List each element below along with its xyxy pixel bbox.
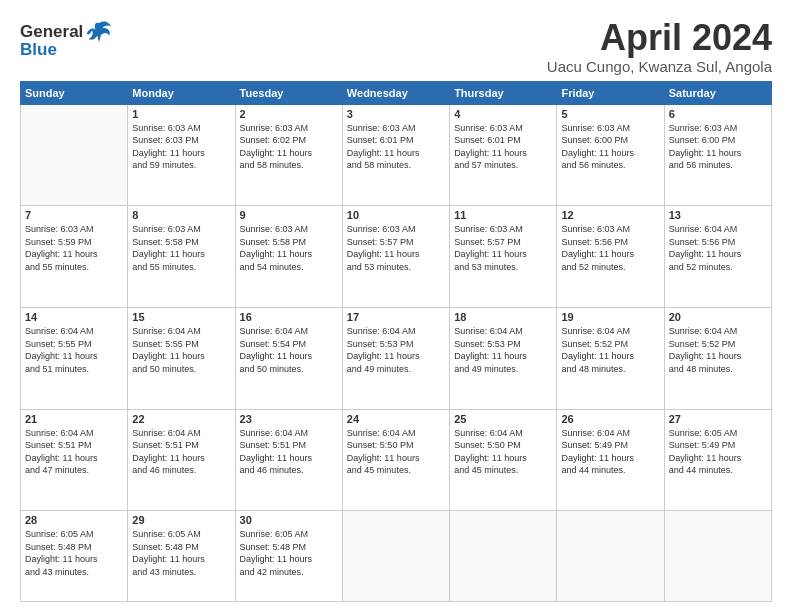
calendar-cell: 23Sunrise: 6:04 AM Sunset: 5:51 PM Dayli… xyxy=(235,409,342,511)
calendar-cell: 25Sunrise: 6:04 AM Sunset: 5:50 PM Dayli… xyxy=(450,409,557,511)
day-info: Sunrise: 6:03 AM Sunset: 5:59 PM Dayligh… xyxy=(25,223,123,273)
day-info: Sunrise: 6:05 AM Sunset: 5:48 PM Dayligh… xyxy=(132,528,230,578)
day-number: 1 xyxy=(132,108,230,120)
calendar-cell: 2Sunrise: 6:03 AM Sunset: 6:02 PM Daylig… xyxy=(235,104,342,206)
day-info: Sunrise: 6:04 AM Sunset: 5:52 PM Dayligh… xyxy=(669,325,767,375)
calendar-cell: 17Sunrise: 6:04 AM Sunset: 5:53 PM Dayli… xyxy=(342,307,449,409)
day-number: 25 xyxy=(454,413,552,425)
calendar-cell xyxy=(664,511,771,602)
day-number: 21 xyxy=(25,413,123,425)
location-title: Uacu Cungo, Kwanza Sul, Angola xyxy=(547,58,772,75)
calendar-cell: 18Sunrise: 6:04 AM Sunset: 5:53 PM Dayli… xyxy=(450,307,557,409)
day-info: Sunrise: 6:03 AM Sunset: 6:01 PM Dayligh… xyxy=(347,122,445,172)
calendar-cell: 7Sunrise: 6:03 AM Sunset: 5:59 PM Daylig… xyxy=(21,206,128,308)
day-number: 19 xyxy=(561,311,659,323)
day-info: Sunrise: 6:04 AM Sunset: 5:55 PM Dayligh… xyxy=(132,325,230,375)
day-number: 3 xyxy=(347,108,445,120)
day-info: Sunrise: 6:03 AM Sunset: 5:57 PM Dayligh… xyxy=(347,223,445,273)
calendar-cell: 24Sunrise: 6:04 AM Sunset: 5:50 PM Dayli… xyxy=(342,409,449,511)
logo: General Blue xyxy=(20,18,113,60)
day-number: 24 xyxy=(347,413,445,425)
logo-bird-icon xyxy=(85,18,113,46)
day-number: 23 xyxy=(240,413,338,425)
day-number: 20 xyxy=(669,311,767,323)
calendar-cell: 6Sunrise: 6:03 AM Sunset: 6:00 PM Daylig… xyxy=(664,104,771,206)
day-number: 8 xyxy=(132,209,230,221)
calendar-cell: 8Sunrise: 6:03 AM Sunset: 5:58 PM Daylig… xyxy=(128,206,235,308)
day-number: 26 xyxy=(561,413,659,425)
day-info: Sunrise: 6:04 AM Sunset: 5:51 PM Dayligh… xyxy=(132,427,230,477)
day-number: 12 xyxy=(561,209,659,221)
day-info: Sunrise: 6:05 AM Sunset: 5:48 PM Dayligh… xyxy=(240,528,338,578)
day-number: 14 xyxy=(25,311,123,323)
calendar-cell: 30Sunrise: 6:05 AM Sunset: 5:48 PM Dayli… xyxy=(235,511,342,602)
calendar-cell: 28Sunrise: 6:05 AM Sunset: 5:48 PM Dayli… xyxy=(21,511,128,602)
day-number: 2 xyxy=(240,108,338,120)
page-header: General Blue April 2024 Uacu Cungo, Kwan… xyxy=(20,18,772,75)
day-info: Sunrise: 6:03 AM Sunset: 6:02 PM Dayligh… xyxy=(240,122,338,172)
day-info: Sunrise: 6:03 AM Sunset: 5:58 PM Dayligh… xyxy=(132,223,230,273)
calendar-cell: 12Sunrise: 6:03 AM Sunset: 5:56 PM Dayli… xyxy=(557,206,664,308)
day-info: Sunrise: 6:03 AM Sunset: 6:01 PM Dayligh… xyxy=(454,122,552,172)
day-info: Sunrise: 6:05 AM Sunset: 5:49 PM Dayligh… xyxy=(669,427,767,477)
day-number: 10 xyxy=(347,209,445,221)
weekday-header-wednesday: Wednesday xyxy=(342,81,449,104)
weekday-header-sunday: Sunday xyxy=(21,81,128,104)
day-info: Sunrise: 6:04 AM Sunset: 5:55 PM Dayligh… xyxy=(25,325,123,375)
calendar-cell: 11Sunrise: 6:03 AM Sunset: 5:57 PM Dayli… xyxy=(450,206,557,308)
day-number: 6 xyxy=(669,108,767,120)
day-info: Sunrise: 6:04 AM Sunset: 5:54 PM Dayligh… xyxy=(240,325,338,375)
title-block: April 2024 Uacu Cungo, Kwanza Sul, Angol… xyxy=(547,18,772,75)
calendar-cell: 21Sunrise: 6:04 AM Sunset: 5:51 PM Dayli… xyxy=(21,409,128,511)
day-number: 13 xyxy=(669,209,767,221)
day-number: 29 xyxy=(132,514,230,526)
day-info: Sunrise: 6:04 AM Sunset: 5:50 PM Dayligh… xyxy=(347,427,445,477)
day-number: 30 xyxy=(240,514,338,526)
weekday-header-monday: Monday xyxy=(128,81,235,104)
logo-general: General xyxy=(20,22,83,42)
calendar-cell: 1Sunrise: 6:03 AM Sunset: 6:03 PM Daylig… xyxy=(128,104,235,206)
day-number: 5 xyxy=(561,108,659,120)
calendar-cell xyxy=(557,511,664,602)
day-info: Sunrise: 6:03 AM Sunset: 5:58 PM Dayligh… xyxy=(240,223,338,273)
calendar-cell: 4Sunrise: 6:03 AM Sunset: 6:01 PM Daylig… xyxy=(450,104,557,206)
calendar-cell: 13Sunrise: 6:04 AM Sunset: 5:56 PM Dayli… xyxy=(664,206,771,308)
day-info: Sunrise: 6:03 AM Sunset: 5:56 PM Dayligh… xyxy=(561,223,659,273)
day-info: Sunrise: 6:04 AM Sunset: 5:49 PM Dayligh… xyxy=(561,427,659,477)
day-number: 11 xyxy=(454,209,552,221)
day-info: Sunrise: 6:03 AM Sunset: 6:00 PM Dayligh… xyxy=(669,122,767,172)
calendar-cell: 14Sunrise: 6:04 AM Sunset: 5:55 PM Dayli… xyxy=(21,307,128,409)
day-info: Sunrise: 6:04 AM Sunset: 5:51 PM Dayligh… xyxy=(25,427,123,477)
calendar-cell: 26Sunrise: 6:04 AM Sunset: 5:49 PM Dayli… xyxy=(557,409,664,511)
calendar-table: SundayMondayTuesdayWednesdayThursdayFrid… xyxy=(20,81,772,602)
day-info: Sunrise: 6:04 AM Sunset: 5:50 PM Dayligh… xyxy=(454,427,552,477)
calendar-cell xyxy=(342,511,449,602)
day-info: Sunrise: 6:03 AM Sunset: 5:57 PM Dayligh… xyxy=(454,223,552,273)
weekday-header-friday: Friday xyxy=(557,81,664,104)
day-number: 22 xyxy=(132,413,230,425)
calendar-cell: 10Sunrise: 6:03 AM Sunset: 5:57 PM Dayli… xyxy=(342,206,449,308)
calendar-cell: 22Sunrise: 6:04 AM Sunset: 5:51 PM Dayli… xyxy=(128,409,235,511)
day-info: Sunrise: 6:04 AM Sunset: 5:52 PM Dayligh… xyxy=(561,325,659,375)
calendar-cell: 27Sunrise: 6:05 AM Sunset: 5:49 PM Dayli… xyxy=(664,409,771,511)
day-number: 18 xyxy=(454,311,552,323)
calendar-cell xyxy=(450,511,557,602)
day-info: Sunrise: 6:03 AM Sunset: 6:00 PM Dayligh… xyxy=(561,122,659,172)
day-number: 27 xyxy=(669,413,767,425)
day-number: 9 xyxy=(240,209,338,221)
day-number: 28 xyxy=(25,514,123,526)
calendar-cell: 15Sunrise: 6:04 AM Sunset: 5:55 PM Dayli… xyxy=(128,307,235,409)
calendar-cell: 19Sunrise: 6:04 AM Sunset: 5:52 PM Dayli… xyxy=(557,307,664,409)
day-info: Sunrise: 6:04 AM Sunset: 5:56 PM Dayligh… xyxy=(669,223,767,273)
day-info: Sunrise: 6:04 AM Sunset: 5:51 PM Dayligh… xyxy=(240,427,338,477)
day-number: 16 xyxy=(240,311,338,323)
weekday-header-thursday: Thursday xyxy=(450,81,557,104)
calendar-cell: 29Sunrise: 6:05 AM Sunset: 5:48 PM Dayli… xyxy=(128,511,235,602)
day-number: 4 xyxy=(454,108,552,120)
calendar-cell: 9Sunrise: 6:03 AM Sunset: 5:58 PM Daylig… xyxy=(235,206,342,308)
calendar-cell: 3Sunrise: 6:03 AM Sunset: 6:01 PM Daylig… xyxy=(342,104,449,206)
day-number: 15 xyxy=(132,311,230,323)
weekday-header-saturday: Saturday xyxy=(664,81,771,104)
day-info: Sunrise: 6:04 AM Sunset: 5:53 PM Dayligh… xyxy=(347,325,445,375)
day-number: 17 xyxy=(347,311,445,323)
